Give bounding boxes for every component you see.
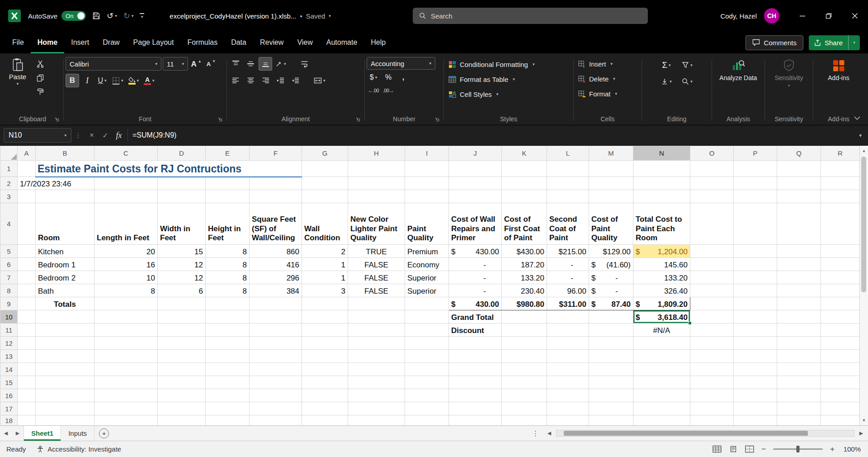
fill-button[interactable]: ▾	[656, 73, 677, 90]
expand-formula-bar-icon[interactable]: ▾	[859, 133, 868, 138]
cell-H7[interactable]: FALSE	[348, 271, 405, 284]
cell-N9[interactable]: $1,809.20	[633, 297, 690, 310]
cell-O2[interactable]	[690, 177, 734, 190]
cell-K8[interactable]: 230.40	[502, 284, 547, 297]
cell-F12[interactable]	[250, 337, 302, 350]
row-header-7[interactable]: 7	[0, 271, 18, 284]
formula-input[interactable]: =SUM(J9:N9)	[132, 131, 859, 139]
underline-button[interactable]: U ▾	[95, 74, 109, 87]
cell-G9[interactable]	[302, 297, 348, 310]
cell-A2[interactable]: 1/7/2023 23:46	[18, 177, 94, 190]
cell-B12[interactable]	[36, 337, 94, 350]
ribbon-tab-review[interactable]: Review	[253, 32, 290, 53]
cell-L1[interactable]	[547, 161, 589, 177]
cell-O15[interactable]	[690, 376, 734, 389]
cell-G12[interactable]	[302, 337, 348, 350]
cell-G5[interactable]: 2	[302, 245, 348, 258]
cell-G4[interactable]: Wall Condition	[302, 203, 348, 245]
cell-E5[interactable]: 8	[206, 245, 250, 258]
cell-R8[interactable]	[821, 284, 860, 297]
cell-I1[interactable]	[405, 161, 449, 177]
cell-J12[interactable]	[449, 337, 502, 350]
user-name[interactable]: Cody, Hazel	[720, 12, 757, 20]
cell-H2[interactable]	[348, 177, 405, 190]
cell-Q12[interactable]	[777, 337, 821, 350]
cell-F13[interactable]	[250, 350, 302, 363]
save-button[interactable]	[92, 12, 100, 20]
cell-M12[interactable]	[589, 337, 633, 350]
cell-J3[interactable]	[449, 190, 502, 203]
cell-C8[interactable]: 8	[94, 284, 158, 297]
column-header-O[interactable]: O	[690, 146, 734, 161]
more-options-icon[interactable]: ⋮	[528, 429, 542, 438]
analyze-data-button[interactable]: Analyze Data	[714, 57, 763, 82]
cell-H5[interactable]: TRUE	[348, 245, 405, 258]
cell-D3[interactable]	[158, 190, 206, 203]
cell-M4[interactable]: Cost of Paint Quality	[589, 203, 633, 245]
cell-A16[interactable]	[18, 389, 36, 402]
cell-L18[interactable]	[547, 415, 589, 426]
cell-A7[interactable]	[18, 271, 36, 284]
cell-C10[interactable]	[94, 310, 158, 324]
cell-P15[interactable]	[734, 376, 777, 389]
copy-button[interactable]	[33, 72, 47, 84]
cell-P3[interactable]	[734, 190, 777, 203]
cell-H16[interactable]	[348, 389, 405, 402]
cell-J17[interactable]	[449, 402, 502, 415]
column-header-F[interactable]: F	[250, 146, 302, 161]
cell-M15[interactable]	[589, 376, 633, 389]
cell-D4[interactable]: Width in Feet	[158, 203, 206, 245]
cell-B17[interactable]	[36, 402, 94, 415]
undo-button[interactable]: ↺ ▾	[107, 12, 117, 20]
cell-R6[interactable]	[821, 258, 860, 271]
cell-I14[interactable]	[405, 363, 449, 376]
cell-D2[interactable]	[158, 177, 206, 190]
cell-R14[interactable]	[821, 363, 860, 376]
cell-E6[interactable]: 8	[206, 258, 250, 271]
cell-I10[interactable]	[405, 310, 449, 324]
page-break-preview-button[interactable]	[745, 445, 754, 453]
cell-C5[interactable]: 20	[94, 245, 158, 258]
ribbon-tab-draw[interactable]: Draw	[96, 32, 126, 53]
sheet-nav-left-icon[interactable]: ◀	[0, 426, 12, 441]
cell-D13[interactable]	[158, 350, 206, 363]
cell-C18[interactable]	[94, 415, 158, 426]
ribbon-tab-insert[interactable]: Insert	[64, 32, 96, 53]
cell-K2[interactable]	[502, 177, 547, 190]
find-select-button[interactable]: ▾	[677, 73, 698, 90]
row-header-13[interactable]: 13	[0, 350, 18, 363]
avatar[interactable]: CH	[764, 8, 779, 24]
cell-K5[interactable]: $430.00	[502, 245, 547, 258]
cell-L5[interactable]: $215.00	[547, 245, 589, 258]
cell-L7[interactable]: -	[547, 271, 589, 284]
cell-L6[interactable]: -	[547, 258, 589, 271]
cell-G2[interactable]	[302, 177, 348, 190]
conditional-formatting-button[interactable]: Conditional Formatting ▾	[446, 57, 571, 71]
format-painter-button[interactable]	[33, 86, 47, 98]
cell-K10[interactable]	[502, 310, 547, 324]
share-button[interactable]: Share ▾	[809, 35, 860, 50]
cell-B14[interactable]	[36, 363, 94, 376]
cell-K12[interactable]	[502, 337, 547, 350]
cell-H18[interactable]	[348, 415, 405, 426]
cell-O16[interactable]	[690, 389, 734, 402]
cell-O1[interactable]	[690, 161, 734, 177]
cell-F6[interactable]: 416	[250, 258, 302, 271]
align-right-button[interactable]	[259, 74, 272, 87]
column-header-E[interactable]: E	[206, 146, 250, 161]
cell-O14[interactable]	[690, 363, 734, 376]
cell-I9[interactable]	[405, 297, 449, 310]
cell-Q4[interactable]	[777, 203, 821, 245]
cell-L9[interactable]: $311.00	[547, 297, 589, 310]
cell-P18[interactable]	[734, 415, 777, 426]
format-cells-button[interactable]: Format ▾	[576, 87, 640, 101]
sort-filter-button[interactable]: ▾	[677, 57, 698, 73]
cell-M7[interactable]: $-	[589, 271, 633, 284]
cell-Q13[interactable]	[777, 350, 821, 363]
cell-R15[interactable]	[821, 376, 860, 389]
cell-L13[interactable]	[547, 350, 589, 363]
cell-N3[interactable]	[633, 190, 690, 203]
cell-O11[interactable]	[690, 324, 734, 337]
cell-D16[interactable]	[158, 389, 206, 402]
saved-status[interactable]: Saved	[306, 12, 326, 20]
